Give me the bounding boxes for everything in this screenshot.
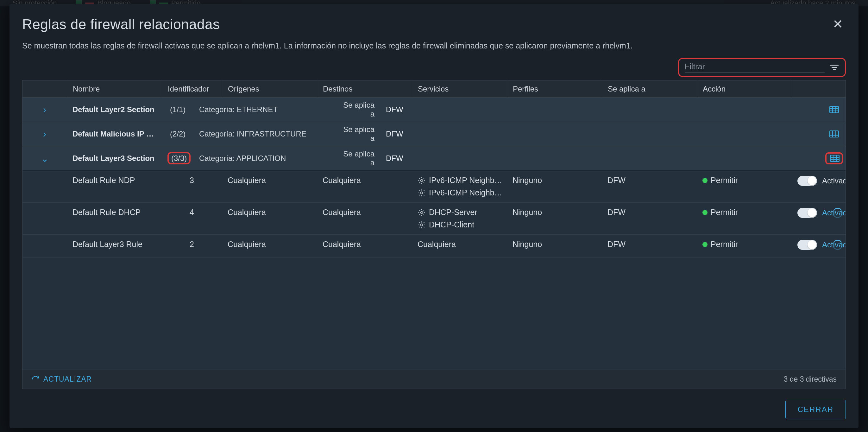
section-applies-to-label: Se aplica a bbox=[333, 149, 380, 167]
rule-services: IPv6-ICMP Neighb…IPv6-ICMP Neighb… bbox=[412, 176, 507, 197]
svg-rect-13 bbox=[830, 155, 839, 162]
firewall-rules-modal: Reglas de firewall relacionadas ✕ Se mue… bbox=[9, 4, 859, 428]
refresh-label: ACTUALIZAR bbox=[43, 375, 92, 383]
footer-count: 3 de 3 directivas bbox=[784, 375, 837, 383]
rule-row: Default Layer3 Rule2CualquieraCualquiera… bbox=[23, 235, 845, 258]
grid-icon[interactable] bbox=[828, 106, 845, 113]
rule-name: Default Rule DHCP bbox=[67, 208, 162, 217]
section-applies-to-value: DFW bbox=[380, 154, 409, 163]
section-name: Default Malicious IP Block… bbox=[67, 129, 162, 138]
rule-sources: Cualquiera bbox=[222, 176, 317, 185]
col-sources: Orígenes bbox=[222, 81, 317, 97]
chevron-down-icon[interactable]: ⌄ bbox=[23, 153, 67, 164]
svg-point-18 bbox=[421, 179, 423, 181]
col-destinations: Destinos bbox=[317, 81, 412, 97]
status-dot-icon bbox=[703, 210, 708, 215]
section-name: Default Layer2 Section bbox=[67, 105, 162, 114]
rule-services: Cualquiera bbox=[412, 240, 507, 249]
section-count: (2/2) bbox=[167, 129, 188, 139]
filter-container bbox=[678, 58, 846, 77]
service-item: IPv6-ICMP Neighb… bbox=[417, 176, 501, 185]
section-applies-to-value: DFW bbox=[380, 129, 409, 138]
rule-profiles: Ninguno bbox=[507, 240, 602, 249]
section-count: (3/3) bbox=[167, 152, 191, 164]
service-item: DHCP-Client bbox=[417, 220, 501, 229]
rule-toggle-label: Activado bbox=[822, 208, 845, 217]
rule-id: 2 bbox=[162, 240, 222, 249]
section-applies-to-label: Se aplica a bbox=[333, 125, 380, 143]
rule-applies-to: DFW bbox=[602, 208, 697, 217]
gear-icon bbox=[417, 221, 426, 229]
rule-profiles: Ninguno bbox=[507, 176, 602, 185]
rule-destinations: Cualquiera bbox=[317, 240, 412, 249]
chevron-right-icon[interactable]: › bbox=[23, 128, 67, 139]
section-applies-to-label: Se aplica a bbox=[333, 101, 380, 118]
col-name: Nombre bbox=[67, 81, 162, 97]
rule-row: Default Rule DHCP4CualquieraCualquieraDH… bbox=[23, 203, 845, 235]
status-dot-icon bbox=[703, 242, 708, 247]
rule-row: Default Rule NDP3CualquieraCualquieraIPv… bbox=[23, 171, 845, 203]
svg-point-21 bbox=[421, 224, 423, 226]
rule-name: Default Rule NDP bbox=[67, 176, 162, 185]
grid-icon[interactable] bbox=[828, 131, 845, 138]
rule-destinations: Cualquiera bbox=[317, 176, 412, 185]
modal-description: Se muestran todas las reglas de firewall… bbox=[22, 41, 846, 50]
rule-name: Default Layer3 Rule bbox=[67, 240, 162, 249]
svg-point-19 bbox=[421, 192, 423, 194]
svg-point-20 bbox=[421, 211, 423, 213]
rule-action: Permitir bbox=[697, 240, 792, 249]
rule-sources: Cualquiera bbox=[222, 208, 317, 217]
rule-id: 3 bbox=[162, 176, 222, 185]
section-name: Default Layer3 Section bbox=[67, 154, 162, 163]
rule-action: Permitir bbox=[697, 208, 792, 217]
service-item: DHCP-Server bbox=[417, 208, 501, 217]
service-item: IPv6-ICMP Neighb… bbox=[417, 188, 501, 197]
section-count: (1/1) bbox=[167, 105, 188, 114]
rule-toggle-label: Activado bbox=[822, 176, 845, 185]
section-applies-to-value: DFW bbox=[380, 105, 409, 114]
modal-title: Reglas de firewall relacionadas bbox=[22, 17, 220, 32]
section-row[interactable]: ⌄Default Layer3 Section(3/3)Categoría: A… bbox=[23, 146, 845, 171]
rule-toggle[interactable] bbox=[798, 176, 817, 186]
rule-services: DHCP-ServerDHCP-Client bbox=[412, 208, 507, 229]
table-footer: ACTUALIZAR 3 de 3 directivas bbox=[23, 370, 845, 388]
rule-action: Permitir bbox=[697, 176, 792, 185]
col-services: Servicios bbox=[412, 81, 507, 97]
svg-rect-8 bbox=[830, 131, 839, 137]
refresh-button[interactable]: ACTUALIZAR bbox=[31, 375, 92, 383]
close-button[interactable]: CERRAR bbox=[785, 400, 846, 419]
grid-icon[interactable] bbox=[825, 152, 843, 164]
col-action: Acción bbox=[697, 81, 792, 97]
table-header-row: Nombre Identificador Orígenes Destinos S… bbox=[23, 81, 845, 97]
rule-id: 4 bbox=[162, 208, 222, 217]
close-icon[interactable]: ✕ bbox=[830, 17, 846, 32]
section-category: Categoría: INFRASTRUCTURE bbox=[193, 129, 333, 138]
status-dot-icon bbox=[703, 178, 708, 183]
rule-destinations: Cualquiera bbox=[317, 208, 412, 217]
rule-toggle[interactable] bbox=[798, 208, 817, 218]
rule-sources: Cualquiera bbox=[222, 240, 317, 249]
col-applies-to: Se aplica a bbox=[602, 81, 697, 97]
gear-icon bbox=[417, 189, 426, 197]
section-row[interactable]: ›Default Layer2 Section(1/1)Categoría: E… bbox=[23, 97, 845, 122]
rule-toggle-label: Activado bbox=[822, 240, 845, 249]
section-category: Categoría: APPLICATION bbox=[193, 154, 333, 163]
rule-toggle[interactable] bbox=[798, 240, 817, 250]
rule-applies-to: DFW bbox=[602, 240, 697, 249]
svg-rect-3 bbox=[830, 107, 839, 113]
section-category: Categoría: ETHERNET bbox=[193, 105, 333, 114]
filter-icon[interactable] bbox=[830, 64, 839, 71]
rules-table: Nombre Identificador Orígenes Destinos S… bbox=[22, 80, 846, 389]
gear-icon bbox=[417, 176, 426, 185]
chevron-right-icon[interactable]: › bbox=[23, 104, 67, 115]
rule-applies-to: DFW bbox=[602, 176, 697, 185]
filter-input[interactable] bbox=[685, 62, 825, 71]
rule-profiles: Ninguno bbox=[507, 208, 602, 217]
section-row[interactable]: ›Default Malicious IP Block…(2/2)Categor… bbox=[23, 122, 845, 146]
gear-icon bbox=[417, 208, 426, 217]
col-profiles: Perfiles bbox=[507, 81, 602, 97]
service-item: Cualquiera bbox=[417, 240, 501, 249]
col-id: Identificador bbox=[162, 81, 222, 97]
